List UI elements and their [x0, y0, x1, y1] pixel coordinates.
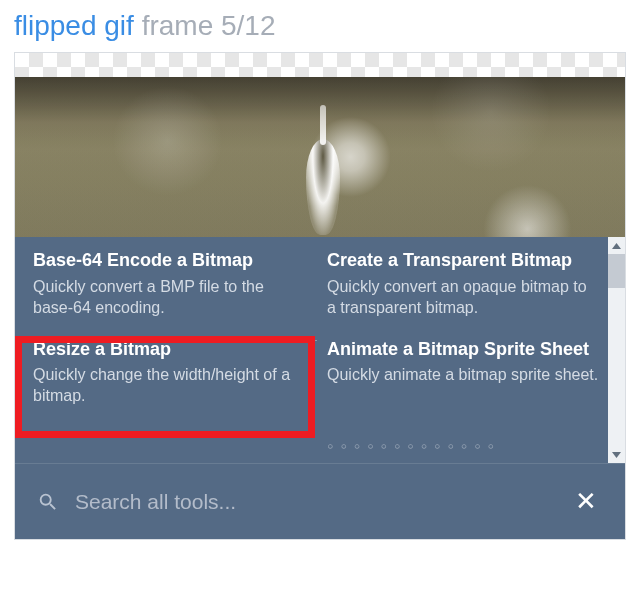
scroll-thumb[interactable]: [608, 254, 625, 288]
scroll-up-icon[interactable]: [608, 237, 625, 254]
water-drop-graphic: [306, 139, 340, 235]
tool-title: Create a Transparent Bitmap: [327, 249, 599, 272]
scroll-down-icon[interactable]: [608, 446, 625, 463]
tool-item-animate[interactable]: Animate a Bitmap Sprite Sheet Quickly an…: [327, 338, 599, 386]
tools-panel: Base-64 Encode a Bitmap Quickly convert …: [15, 237, 625, 539]
tool-item-resize[interactable]: Resize a Bitmap Quickly change the width…: [33, 338, 305, 407]
tool-title: Base-64 Encode a Bitmap: [33, 249, 305, 272]
tool-desc: Quickly convert a BMP file to the base-6…: [33, 276, 305, 318]
cutoff-text: ◦ ◦ ◦ ◦ ◦ ◦ ◦ ◦ ◦ ◦ ◦ ◦ ◦: [327, 436, 495, 457]
tool-desc: Quickly convert an opaque bitmap to a tr…: [327, 276, 599, 318]
gif-preview[interactable]: [15, 77, 625, 237]
tool-item-base64[interactable]: Base-64 Encode a Bitmap Quickly convert …: [33, 249, 305, 318]
tools-column-right: Create a Transparent Bitmap Quickly conv…: [319, 237, 625, 463]
tools-column-left: Base-64 Encode a Bitmap Quickly convert …: [15, 237, 319, 463]
scrollbar[interactable]: [608, 237, 625, 463]
transparency-checker: [15, 53, 625, 77]
tool-title: Resize a Bitmap: [33, 338, 305, 361]
tool-desc: Quickly change the width/height of a bit…: [33, 364, 305, 406]
page-title: flipped gif frame 5/12: [14, 10, 626, 42]
item-divider: [32, 340, 317, 341]
tool-item-transparent[interactable]: Create a Transparent Bitmap Quickly conv…: [327, 249, 599, 318]
search-icon: [37, 491, 59, 513]
preview-frame: Base-64 Encode a Bitmap Quickly convert …: [14, 52, 626, 540]
tool-title: Animate a Bitmap Sprite Sheet: [327, 338, 599, 361]
search-input[interactable]: [75, 490, 553, 514]
close-icon[interactable]: ✕: [569, 480, 603, 523]
tool-desc: Quickly animate a bitmap sprite sheet.: [327, 364, 599, 385]
title-name: flipped gif: [14, 10, 134, 41]
search-bar: ✕: [15, 463, 625, 539]
frame-indicator: frame 5/12: [142, 10, 276, 41]
